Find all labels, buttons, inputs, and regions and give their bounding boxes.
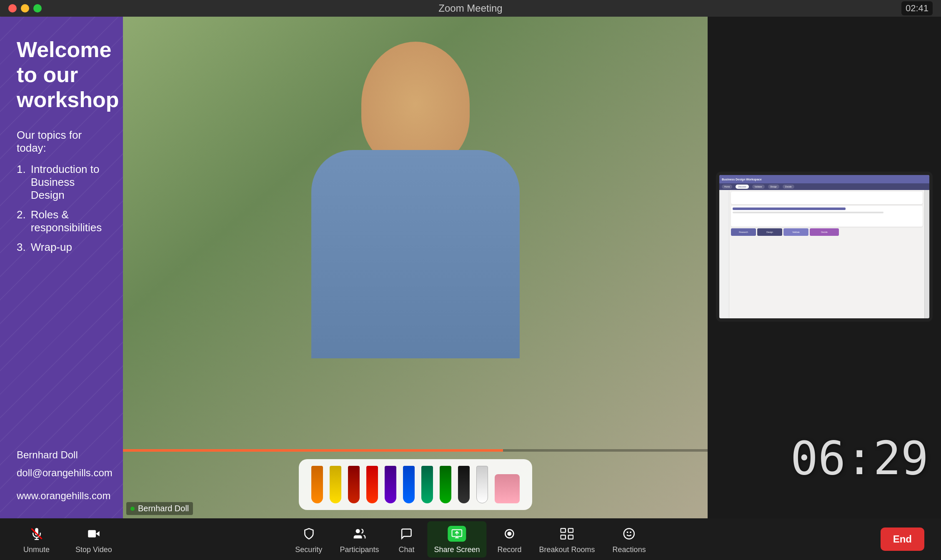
main-content: Welcome to our workshop Our topics for t… — [0, 17, 941, 518]
breakout-rooms-button[interactable]: Breakout Rooms — [533, 521, 602, 558]
fullscreen-button[interactable] — [33, 4, 42, 12]
mic-active-indicator — [130, 507, 135, 511]
topic-text-2: Roles & responsibilities — [31, 208, 106, 234]
record-button[interactable]: Record — [491, 521, 528, 558]
face-area — [361, 42, 470, 167]
share-screen-icon — [448, 525, 466, 543]
topic-item-3: 3. Wrap-up — [17, 241, 106, 254]
share-screen-label: Share Screen — [434, 545, 480, 554]
marker-orange[interactable] — [311, 466, 323, 503]
participants-label: Participants — [340, 545, 379, 554]
svg-rect-3 — [88, 530, 96, 538]
breakout-rooms-label: Breakout Rooms — [539, 545, 595, 554]
progress-bar-container — [123, 449, 708, 452]
participants-button[interactable]: Participants — [333, 521, 385, 558]
close-button[interactable] — [8, 4, 17, 12]
monitor-topbar: Business Design Workspace — [719, 175, 929, 183]
presenter-email: doll@orangehills.com — [17, 467, 113, 478]
monitor-app-title: Business Design Workspace — [722, 178, 762, 181]
participant-name-label: Bernhard Doll — [126, 502, 193, 515]
title-bar: Zoom Meeting 02:41 — [0, 0, 941, 17]
pipeline-validate: Validate — [783, 228, 808, 236]
window-title: Zoom Meeting — [438, 2, 502, 14]
svg-rect-11 — [568, 535, 573, 539]
reactions-button[interactable]: Reactions — [606, 521, 653, 558]
monitor-frame: Business Design Workspace Home Discover … — [716, 172, 933, 322]
chat-label: Chat — [398, 545, 414, 554]
participants-icon — [350, 525, 368, 543]
marker-purple[interactable] — [385, 466, 396, 503]
svg-point-4 — [356, 529, 360, 533]
workspace-card-2 — [731, 206, 923, 227]
marker-white[interactable] — [476, 466, 488, 503]
time-badge: 02:41 — [901, 1, 933, 15]
svg-point-12 — [624, 528, 634, 539]
nav-item-home[interactable]: Home — [722, 185, 732, 189]
marker-red[interactable] — [366, 466, 378, 503]
topic-text-3: Wrap-up — [31, 241, 72, 254]
topic-number-2: 2. — [17, 208, 26, 234]
security-icon — [300, 525, 318, 543]
marker-green[interactable] — [440, 466, 451, 503]
monitor-area: Business Design Workspace Home Discover … — [708, 17, 941, 518]
progress-bar-fill — [123, 449, 503, 452]
slide-topics-title: Our topics for today: — [17, 129, 106, 155]
chat-button[interactable]: Chat — [390, 521, 423, 558]
record-icon — [501, 525, 519, 543]
minimize-button[interactable] — [21, 4, 29, 12]
participant-name: Bernhard Doll — [138, 504, 189, 513]
nav-item-design[interactable]: Design — [768, 185, 780, 189]
nav-item-discover[interactable]: Discover — [736, 185, 748, 189]
toolbar-left: Unmute Stop Video — [17, 521, 119, 558]
slide-topic-list: 1. Introduction to Business Design 2. Ro… — [17, 163, 106, 254]
pipeline-decide: Decide — [810, 228, 839, 236]
slide-welcome-text: Welcome to our workshop — [17, 38, 106, 112]
microphone-icon — [28, 525, 46, 543]
reactions-label: Reactions — [613, 545, 646, 554]
camera-icon — [85, 525, 103, 543]
end-button[interactable]: End — [881, 528, 924, 551]
marker-yellow[interactable] — [330, 466, 341, 503]
svg-rect-8 — [561, 528, 566, 532]
record-label: Record — [498, 545, 522, 554]
presenter-website: www.orangehills.com — [17, 490, 106, 502]
marker-black[interactable] — [458, 466, 470, 503]
toolbar-right: End — [881, 528, 924, 551]
unmute-button[interactable]: Unmute — [17, 521, 56, 558]
marker-blue[interactable] — [403, 466, 415, 503]
webcam-area: Bernhard Doll — [123, 17, 708, 518]
slide-contact: Bernhard Doll doll@orangehills.com — [17, 446, 106, 482]
toolbar-center: Security Participants Chat — [288, 521, 652, 558]
workspace-card-1 — [731, 192, 923, 204]
stop-video-label: Stop Video — [75, 545, 112, 554]
stop-video-button[interactable]: Stop Video — [69, 521, 119, 558]
marker-teal[interactable] — [421, 466, 433, 503]
topic-item-1: 1. Introduction to Business Design — [17, 163, 106, 202]
svg-rect-9 — [568, 528, 573, 532]
topic-number-1: 1. — [17, 163, 26, 202]
session-timer: 06:29 — [791, 432, 928, 485]
reactions-icon — [620, 525, 638, 543]
breakout-rooms-icon — [558, 525, 576, 543]
share-screen-button[interactable]: Share Screen — [427, 521, 486, 558]
workspace-pipeline: Research Design Validate Decide — [731, 228, 923, 317]
security-label: Security — [295, 545, 322, 554]
traffic-lights[interactable] — [8, 4, 42, 12]
monitor-right-panel — [924, 190, 929, 318]
marker-red-dark[interactable] — [348, 466, 360, 503]
unmute-label: Unmute — [23, 545, 50, 554]
monitor-sidebar — [719, 190, 729, 318]
topic-text-1: Introduction to Business Design — [31, 163, 106, 202]
presenter-name: Bernhard Doll — [17, 449, 78, 460]
eraser-tool[interactable] — [495, 474, 520, 503]
nav-item-validate[interactable]: Validate — [752, 185, 765, 189]
nav-item-decide[interactable]: Decide — [783, 185, 794, 189]
monitor-body: Research Design Validate Decide — [719, 190, 929, 318]
markers-toolbar[interactable] — [299, 459, 532, 510]
body-area — [311, 150, 520, 358]
slide-panel: Welcome to our workshop Our topics for t… — [0, 17, 123, 518]
pipeline-design: Design — [757, 228, 782, 236]
topic-item-2: 2. Roles & responsibilities — [17, 208, 106, 234]
security-button[interactable]: Security — [288, 521, 329, 558]
chat-icon — [397, 525, 415, 543]
